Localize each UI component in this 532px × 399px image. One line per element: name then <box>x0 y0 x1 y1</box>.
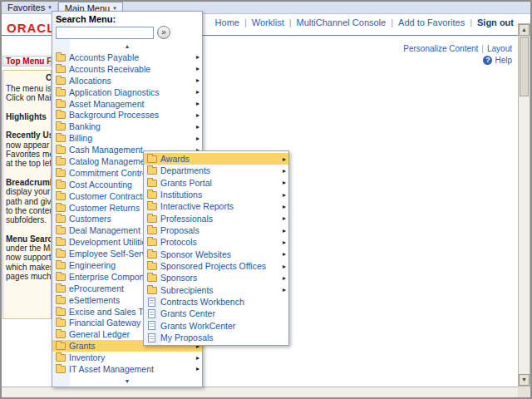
submenu-item-interactive-reports[interactable]: Interactive Reports▸ <box>144 200 288 212</box>
folder-icon <box>147 263 157 270</box>
submenu-item-departments[interactable]: Departments▸ <box>144 165 288 176</box>
folder-icon <box>147 287 157 294</box>
submenu-item-professionals[interactable]: Professionals▸ <box>144 213 288 224</box>
folder-icon <box>147 239 157 246</box>
submenu-item-awards[interactable]: Awards▸ <box>144 153 288 165</box>
menu-search-input[interactable] <box>56 27 154 39</box>
grants-submenu-list: Awards▸Departments▸Grants Portal▸Institu… <box>144 153 288 343</box>
folder-icon <box>56 239 66 246</box>
folder-icon <box>147 180 157 187</box>
folder-icon <box>56 111 66 119</box>
horizontal-scrollbar[interactable] <box>2 387 518 397</box>
menu-scroll-down-icon[interactable]: ▼ <box>52 377 202 387</box>
menu-item-label: IT Asset Management <box>69 364 195 374</box>
scroll-up-button[interactable]: ▲ <box>519 24 530 36</box>
overview-line: now appear un <box>6 140 51 150</box>
menu-item-label: Accounts Payable <box>69 52 195 62</box>
menu-scroll-up-icon[interactable]: ▲ <box>52 42 202 52</box>
separator: | <box>470 17 472 27</box>
folder-icon <box>56 285 66 293</box>
submenu-item-sponsors[interactable]: Sponsors▸ <box>144 272 288 283</box>
submenu-item-label: My Proposals <box>160 332 284 342</box>
submenu-arrow-icon: ▸ <box>281 250 288 258</box>
menu-item-application-diagnostics[interactable]: Application Diagnostics▸ <box>52 86 202 98</box>
submenu-item-contracts-workbench[interactable]: Contracts Workbench <box>144 296 288 308</box>
help-link[interactable]: ? Help <box>483 56 512 65</box>
menu-item-accounts-payable[interactable]: Accounts Payable▸ <box>52 52 202 63</box>
folder-icon <box>56 54 66 62</box>
submenu-item-grants-portal[interactable]: Grants Portal▸ <box>144 177 288 189</box>
folder-icon <box>56 354 66 362</box>
header-link-add-to-favorites[interactable]: Add to Favorites <box>398 17 465 27</box>
submenu-item-label: Grants Portal <box>160 178 281 188</box>
submenu-arrow-icon: ▸ <box>281 214 288 222</box>
submenu-arrow-icon: ▸ <box>281 179 288 186</box>
overview-line: now supports t <box>6 253 51 262</box>
folder-icon <box>147 167 157 175</box>
submenu-item-label: Grants Center <box>160 308 284 318</box>
header-link-home[interactable]: Home <box>215 17 239 27</box>
menu-item-allocations[interactable]: Allocations▸ <box>52 75 202 86</box>
submenu-item-grants-center[interactable]: Grants Center <box>144 308 288 319</box>
menu-item-label: Inventory <box>69 352 195 362</box>
menu-item-background-processes[interactable]: Background Processes▸ <box>52 109 202 121</box>
submenu-item-label: Sponsor Websites <box>160 249 281 259</box>
overview-portlet: O The menu is noClick on Main MHighlight… <box>2 70 52 319</box>
folder-icon <box>56 204 66 212</box>
menu-item-it-asset-management[interactable]: IT Asset Management▸ <box>52 363 202 375</box>
submenu-item-proposals[interactable]: Proposals▸ <box>144 224 288 236</box>
submenu-arrow-icon: ▸ <box>281 274 288 282</box>
submenu-item-subrecipients[interactable]: Subrecipients▸ <box>144 284 288 296</box>
scrollbar-thumb[interactable] <box>520 37 529 96</box>
submenu-item-sponsor-websites[interactable]: Sponsor Websites▸ <box>144 249 288 260</box>
submenu-arrow-icon: ▸ <box>195 65 202 72</box>
folder-icon <box>56 297 66 304</box>
menu-item-label: Accounts Receivable <box>69 64 195 74</box>
submenu-item-my-proposals[interactable]: My Proposals <box>144 332 288 343</box>
menu-item-label: Allocations <box>69 76 195 86</box>
menu-item-billing[interactable]: Billing▸ <box>52 132 202 144</box>
submenu-item-institutions[interactable]: Institutions▸ <box>144 189 288 200</box>
page-icon <box>148 333 155 342</box>
submenu-arrow-icon: ▸ <box>195 354 202 362</box>
submenu-arrow-icon: ▸ <box>281 203 288 210</box>
submenu-item-label: Sponsors <box>160 273 281 283</box>
menu-item-accounts-receivable[interactable]: Accounts Receivable▸ <box>52 63 202 75</box>
submenu-item-label: Professionals <box>160 214 281 224</box>
overview-line: Click on Main M <box>6 93 51 102</box>
grants-submenu: Awards▸Departments▸Grants Portal▸Institu… <box>143 150 289 346</box>
sign-out-link[interactable]: Sign out <box>477 17 514 27</box>
submenu-item-label: Subrecipients <box>160 285 281 295</box>
favorites-menu-button[interactable]: Favorites ▾ <box>2 2 57 13</box>
submenu-item-label: Sponsored Projects Offices <box>160 261 281 271</box>
folder-icon <box>147 155 157 163</box>
submenu-item-protocols[interactable]: Protocols▸ <box>144 236 288 248</box>
chevron-down-icon: ▾ <box>48 4 52 11</box>
vertical-scrollbar[interactable]: ▲ ▼ <box>518 23 530 387</box>
submenu-item-label: Awards <box>160 154 281 164</box>
submenu-arrow-icon: ▸ <box>195 76 202 84</box>
personalize-content-link[interactable]: Personalize Content <box>403 44 478 53</box>
submenu-item-grants-workcenter[interactable]: Grants WorkCenter <box>144 320 288 332</box>
search-go-button[interactable]: » <box>157 26 170 39</box>
menu-item-inventory[interactable]: Inventory▸ <box>52 352 202 363</box>
overview-line: The menu is no <box>6 84 51 93</box>
header-link-multichannel-console[interactable]: MultiChannel Console <box>297 17 387 27</box>
application-window: Favorites ▾ Main Menu ▾ ORACLE Home|Work… <box>0 0 532 399</box>
submenu-item-label: Interactive Reports <box>160 201 281 211</box>
folder-icon <box>56 158 66 165</box>
overview-line: Breadcrumbs <box>6 178 51 187</box>
separator: | <box>391 17 393 27</box>
folder-icon <box>56 250 66 258</box>
menu-item-banking[interactable]: Banking▸ <box>52 121 202 132</box>
folder-icon <box>56 215 66 223</box>
layout-link[interactable]: Layout <box>487 44 512 53</box>
menu-item-label: Asset Management <box>69 99 195 109</box>
folder-icon <box>147 203 157 210</box>
submenu-arrow-icon: ▸ <box>195 111 202 119</box>
menu-item-asset-management[interactable]: Asset Management▸ <box>52 98 202 110</box>
folder-icon <box>147 191 157 199</box>
submenu-item-sponsored-projects-offices[interactable]: Sponsored Projects Offices▸ <box>144 260 288 272</box>
scroll-down-button[interactable]: ▼ <box>519 374 530 386</box>
header-link-worklist[interactable]: Worklist <box>252 17 284 27</box>
